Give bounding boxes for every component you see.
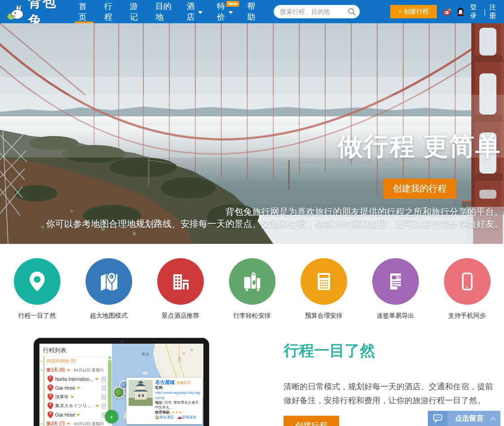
create-my-trip-button[interactable]: 创建我的行程 [383,179,457,199]
feature-mobile-sync[interactable]: 支持手机同步 [444,258,491,332]
feedback-chat-widget[interactable]: 点击留言 [428,411,500,426]
scrollbar-thumb[interactable] [108,360,112,413]
chevron-up-icon[interactable] [490,417,496,422]
map-pin-icon: 1 [47,375,53,383]
collapse-panel-button[interactable]: ‹ [105,410,118,423]
register-link[interactable]: 注册 [489,3,500,20]
showcase-description: 清晰的日常模式，规划好每一天的酒店、交通和住宿，提前做好备注，安排行程和费用，让… [284,380,499,408]
note-icon[interactable] [102,386,106,391]
timeline-dot-icon [40,422,43,426]
nagoya-castle-photo [129,380,153,406]
note-icon[interactable] [102,404,106,409]
itinerary-stop-row[interactable]: 3 浅草寺 [42,392,107,401]
search-button[interactable] [347,7,356,16]
nav-item-home[interactable]: 首页 [71,0,97,23]
feature-visa-export[interactable]: 送签单易导出 [372,258,419,332]
showcase-title: 行程一目了然 [284,341,375,361]
map-pin-icon: 5 [47,411,53,418]
map-icon [98,271,120,292]
feature-label: 行李轻松安排 [233,312,271,320]
phone-icon [457,271,478,292]
timeline-dot-icon [40,369,43,372]
map-pin-icon: 2 [47,384,53,392]
chat-bubble-icon [433,414,443,423]
note-icon[interactable] [102,377,106,382]
note-icon[interactable] [102,395,106,400]
top-navbar: 背包兔 首页 行程 游记 目的地 酒店 特价New 帮助 + 创建行程 [0,0,504,23]
auth-links: 登录 | 注册 [470,3,500,20]
hero-title: 做行程 更简单 [337,130,501,164]
chat-bubble-cell [428,411,448,426]
login-link[interactable]: 登录 [470,3,480,20]
luggage-icon [241,271,263,292]
document-icon [385,271,406,292]
create-trip-cta-button[interactable]: 创建行程 [284,416,339,426]
nav-item-travelogues[interactable]: 游记 [123,0,148,23]
rabbit-mascot-icon [6,1,26,22]
feature-label: 景点酒店推荐 [162,312,199,320]
create-trip-button[interactable]: + 创建行程 [390,5,437,18]
street-view-link[interactable]: 查看街景 [177,381,191,385]
hero-description: 背包兔旅行网是为喜欢旅行的朋友提供的行程之所和旅行分享的平台。 你可以参考地图合… [0,206,503,230]
get-route-link[interactable]: 🚗获取路线 [177,415,196,419]
nav-item-deals[interactable]: 特价New [210,0,240,23]
chevron-down-icon [77,414,80,416]
feature-label: 行程一目了然 [18,312,56,320]
feature-itinerary-overview[interactable]: 行程一目了然 [14,258,60,332]
itinerary-stop-row[interactable]: 1 Narita Internation... [42,375,107,383]
map-panel[interactable]: 新潟 [112,344,203,426]
chevron-down-icon [70,396,74,398]
day2-header-row[interactable]: 第2天 (7) 04月13日 星期日 [42,419,107,426]
map-city-label: 新潟 [142,352,149,357]
chat-label: 点击留言 [448,414,491,423]
auth-separator: | [484,8,486,16]
hero-description-line1: 背包兔旅行网是为喜欢旅行的朋友提供的行程之所和旅行分享的平台。 [0,206,503,218]
scroll-up-icon[interactable] [108,356,112,358]
itinerary-stop-row[interactable]: 5 Oak Hotel [42,410,107,419]
itinerary-list-title: 行程列表 [42,345,107,357]
itinerary-stop-row[interactable]: 2 Oak Hotel [42,383,107,392]
main-nav: 首页 行程 游记 目的地 酒店 特价New 帮助 [71,0,265,23]
chevron-down-icon [67,423,70,425]
hero-description-line2: 你可以参考地图合理地规划路线、安排每一天的景点、交通和住宿，估算好时间和费用，还… [0,218,503,230]
search-icon [347,7,356,16]
feature-hotel-recommendation[interactable]: 景点酒店推荐 [157,258,204,332]
qq-icon[interactable] [456,7,465,17]
map-pin-icon: 3 [47,393,53,400]
itinerary-stop-row[interactable]: 4 東京スカイツリーイ... [42,401,107,410]
search-box [274,5,360,18]
feature-luggage-planning[interactable]: 行李轻松安排 [229,258,276,332]
nearby-hotels-link[interactable]: 🏠附近酒店 [155,415,174,419]
popup-website-link[interactable]: http://www.nagoyajo.city.nagoya.jp [155,390,200,400]
popup-place-link[interactable]: 名古屋城 [155,379,175,385]
chevron-down-icon [198,11,202,14]
weibo-icon[interactable] [442,7,452,17]
page: 背包兔 首页 行程 游记 目的地 酒店 特价New 帮助 + 创建行程 [0,0,504,426]
day1-header-row[interactable]: 第1天 (5) 04月12日 星期六 [42,366,107,375]
chevron-down-icon [95,378,99,380]
chevron-down-icon [77,387,80,389]
calculator-icon [313,271,335,292]
feature-label: 超大地图模式 [90,312,128,320]
laptop-screen: 行程列表 待选目的地 (0) 第1天 (5) 04月12日 星期六 1 [39,344,203,426]
feature-big-map-mode[interactable]: 超大地图模式 [86,258,132,332]
features-row: 行程一目了然 超大地图模式 景点酒店推荐 行李轻松安排 预算合理安排 [0,244,504,332]
nav-item-hotels[interactable]: 酒店 [179,0,210,23]
social-login [442,7,465,17]
map-info-popup: 名古屋城查看街景 官网: http://www.nagoyajo.city.na… [126,378,202,424]
chevron-down-icon [95,405,99,407]
feature-label: 送签单易导出 [377,312,414,320]
hero-banner: 做行程 更简单 创建我的行程 背包兔旅行网是为喜欢旅行的朋友提供的行程之所和旅行… [0,23,504,244]
laptop-camera-icon [121,341,123,342]
location-pin-icon [26,271,48,292]
pending-destinations-row[interactable]: 待选目的地 (0) [42,357,107,366]
nav-item-help[interactable]: 帮助 [240,0,266,23]
feature-budget-planning[interactable]: 预算合理安排 [301,258,347,332]
nav-item-trips[interactable]: 行程 [97,0,123,23]
nav-item-destinations[interactable]: 目的地 [148,0,180,23]
buildings-icon [170,271,191,292]
map-pin-icon: 4 [47,402,53,409]
timeline-dot-icon [40,360,43,363]
feature-label: 支持手机同步 [448,312,486,320]
itinerary-list-panel: 行程列表 待选目的地 (0) 第1天 (5) 04月12日 星期六 1 [39,344,108,426]
